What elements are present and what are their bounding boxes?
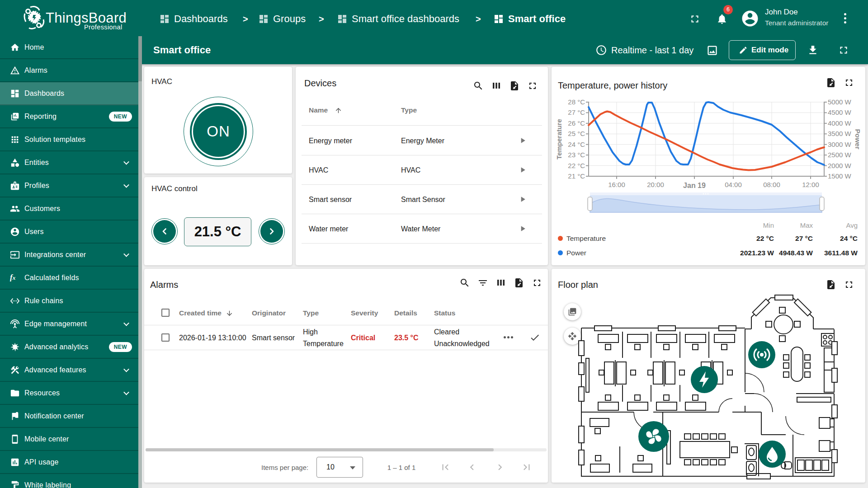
svg-text:4500 W: 4500 W: [828, 108, 852, 116]
svg-text:5000 W: 5000 W: [828, 98, 852, 106]
svg-text:26 °C: 26 °C: [568, 119, 585, 127]
svg-text:04:00: 04:00: [725, 181, 742, 188]
svg-text:25 °C: 25 °C: [568, 130, 585, 137]
svg-text:16:00: 16:00: [608, 181, 625, 188]
svg-text:28 °C: 28 °C: [568, 98, 585, 106]
svg-text:1500 W: 1500 W: [828, 172, 852, 180]
svg-text:3000 W: 3000 W: [828, 141, 852, 148]
svg-text:4000 W: 4000 W: [828, 119, 852, 127]
svg-text:2500 W: 2500 W: [828, 151, 852, 159]
svg-text:12:00: 12:00: [802, 181, 819, 188]
svg-text:Temperature: Temperature: [555, 119, 563, 160]
svg-text:24 °C: 24 °C: [568, 141, 585, 148]
svg-text:22 °C: 22 °C: [568, 162, 585, 169]
svg-text:23 °C: 23 °C: [568, 151, 585, 159]
svg-text:2000 W: 2000 W: [828, 162, 852, 169]
svg-text:Jan 19: Jan 19: [683, 182, 706, 189]
svg-text:3500 W: 3500 W: [828, 130, 852, 137]
svg-text:08:00: 08:00: [763, 181, 780, 188]
svg-text:27 °C: 27 °C: [568, 108, 585, 116]
svg-text:20:00: 20:00: [647, 181, 664, 188]
svg-text:21 °C: 21 °C: [568, 172, 585, 180]
svg-text:Power: Power: [854, 129, 862, 149]
